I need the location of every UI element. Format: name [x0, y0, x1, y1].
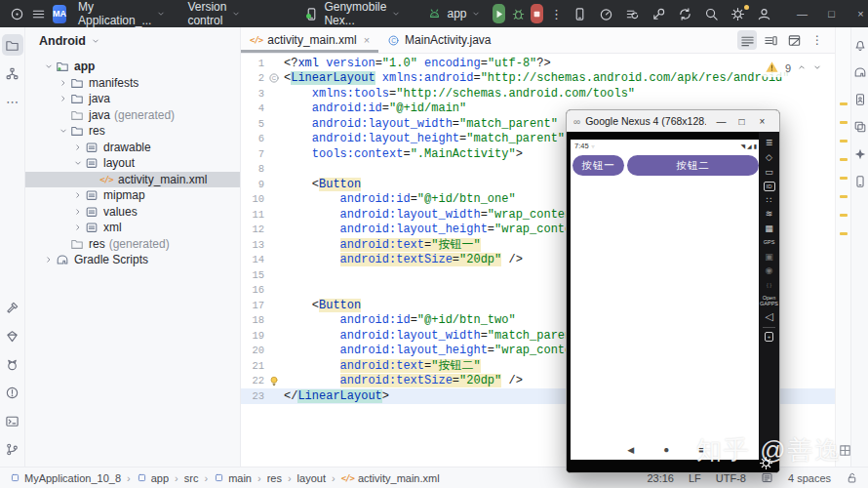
breadcrumb-item[interactable]: main — [214, 472, 252, 484]
warning-stripe-mark[interactable] — [840, 214, 848, 217]
run-button[interactable] — [493, 4, 505, 23]
project-tool-icon[interactable] — [2, 34, 23, 56]
open-gapps-button[interactable]: Open GAPPS — [761, 295, 778, 307]
screenshot-icon[interactable]: ▣ — [765, 252, 773, 262]
close-button[interactable]: × — [846, 8, 868, 20]
chevron-collapsed-icon[interactable] — [71, 223, 84, 232]
minimize-button[interactable]: — — [711, 116, 731, 127]
tree-item-res[interactable]: res(generated) — [25, 236, 240, 253]
warning-stripe-mark[interactable] — [840, 121, 848, 124]
encoding[interactable]: UTF-8 — [716, 472, 746, 484]
problems-icon[interactable] — [2, 382, 23, 403]
chevron-expanded-icon[interactable] — [42, 61, 55, 71]
breadcrumb-item[interactable]: MyApplication_10_8 — [10, 472, 121, 484]
close-tab-icon[interactable]: × — [364, 34, 370, 46]
indent-size[interactable]: 4 spaces — [788, 472, 831, 484]
prev-warning-icon[interactable] — [797, 62, 807, 74]
run-config-selector[interactable]: app — [420, 3, 487, 24]
project-view-selector[interactable]: Android — [25, 27, 240, 55]
menu-icon[interactable]: ≡ — [766, 137, 772, 148]
app-button-two[interactable]: 按钮二 — [627, 155, 759, 176]
code-line-2[interactable]: 2C<LinearLayout xmlns:android="http://sc… — [241, 71, 835, 87]
tree-item-activity-main-xml[interactable]: </>activity_main.xml — [25, 172, 240, 188]
caret-position[interactable]: 23:16 — [647, 472, 674, 484]
more-tools-icon[interactable]: ⋯ — [2, 91, 23, 112]
profiler-icon[interactable] — [593, 3, 619, 24]
notifications-icon[interactable] — [851, 36, 868, 53]
warning-stripe-mark[interactable] — [840, 232, 848, 235]
editor-options-icon[interactable]: ⋮ — [808, 30, 827, 50]
structure-tool-icon[interactable] — [2, 62, 23, 84]
settings-icon[interactable] — [725, 3, 751, 24]
tree-item-res[interactable]: res — [25, 123, 240, 140]
tree-item-mipmap[interactable]: mipmap — [25, 187, 240, 204]
error-stripe[interactable] — [835, 27, 850, 467]
genymotion-emulator-window[interactable]: ∞ Google Nexus 4 (768x128... — □ × 7:45 … — [566, 109, 780, 473]
chevron-collapsed-icon[interactable] — [42, 255, 55, 264]
next-warning-icon[interactable] — [812, 62, 822, 74]
tab-mainactivity-java[interactable]: CMainActivity.java — [378, 27, 499, 53]
running-devices-icon[interactable] — [851, 173, 868, 189]
inspection-widget[interactable]: 9 — [762, 59, 825, 77]
logcat-icon[interactable] — [2, 353, 23, 375]
camera-icon[interactable]: ◉ — [766, 266, 773, 276]
breadcrumb-item[interactable]: layout — [297, 472, 326, 484]
tree-item-layout[interactable]: layout — [25, 155, 240, 172]
account-icon[interactable] — [751, 3, 777, 24]
main-menu-icon[interactable] — [27, 3, 49, 24]
tab-activity-main-xml[interactable]: </>activity_main.xml× — [241, 27, 378, 53]
chevron-collapsed-icon[interactable] — [71, 142, 84, 152]
tree-item-xml[interactable]: xml — [25, 220, 240, 236]
tree-item-manifests[interactable]: manifests — [25, 75, 240, 92]
quickfix-bulb-icon[interactable] — [264, 375, 284, 386]
baseband-icon[interactable]: ▦ — [765, 224, 773, 233]
tree-item-values[interactable]: values — [25, 204, 240, 221]
class-gutter-icon[interactable]: C — [264, 72, 284, 84]
sync-project-icon[interactable] — [672, 3, 698, 24]
pixel-perfect-icon[interactable]: ∷ — [767, 195, 772, 205]
tree-item-java[interactable]: java(generated) — [25, 107, 240, 124]
identifiers-icon[interactable]: ID — [764, 182, 775, 191]
chevron-collapsed-icon[interactable] — [57, 78, 69, 88]
gps-icon[interactable]: GPS — [761, 238, 778, 248]
stop-button[interactable] — [531, 4, 543, 23]
project-selector[interactable]: My Application_... — [72, 3, 172, 24]
close-button[interactable]: × — [752, 116, 772, 127]
warning-stripe-mark[interactable] — [840, 140, 848, 142]
zoom-icon[interactable]: + — [765, 332, 774, 342]
vcs-widget[interactable]: Version control — [181, 3, 247, 24]
code-view-button[interactable] — [737, 30, 757, 50]
version-control-icon[interactable] — [2, 438, 23, 460]
debug-button[interactable] — [507, 3, 529, 24]
line-ending[interactable]: LF — [689, 472, 701, 484]
chevron-collapsed-icon[interactable] — [71, 190, 84, 200]
back-icon[interactable]: ◀ — [627, 445, 634, 455]
more-actions-icon[interactable]: ⋮ — [545, 3, 567, 24]
breadcrumb-item[interactable]: src — [184, 472, 199, 484]
home-icon[interactable]: ● — [663, 444, 669, 455]
app-button-one[interactable]: 按钮一 — [572, 155, 624, 176]
tree-item-drawable[interactable]: drawable — [25, 140, 240, 156]
design-view-button[interactable] — [784, 30, 804, 50]
write-access-icon[interactable] — [846, 471, 858, 484]
tree-item-gradle-scripts[interactable]: Gradle Scripts — [25, 252, 240, 268]
warning-stripe-mark[interactable] — [840, 195, 848, 198]
chevron-expanded-icon[interactable] — [57, 126, 69, 136]
device-explorer-icon[interactable] — [851, 118, 868, 135]
attach-debugger-icon[interactable] — [646, 3, 672, 24]
rotate-icon[interactable]: ◇ — [766, 153, 772, 163]
warning-stripe-mark[interactable] — [840, 177, 848, 180]
code-line-1[interactable]: 1<?xml version="1.0" encoding="utf-8"?> — [241, 56, 835, 71]
build-tool-icon[interactable] — [2, 297, 23, 318]
split-view-button[interactable] — [761, 30, 780, 50]
gradle-icon[interactable] — [851, 63, 868, 80]
emulator-titlebar[interactable]: ∞ Google Nexus 4 (768x128... — □ × — [567, 110, 779, 132]
chevron-collapsed-icon[interactable] — [71, 207, 84, 217]
tree-item-java[interactable]: java — [25, 91, 240, 107]
maximize-button[interactable]: □ — [731, 116, 752, 127]
back-icon[interactable]: ◁ — [765, 311, 772, 322]
app-quality-insights-icon[interactable] — [2, 325, 23, 346]
warning-stripe-mark[interactable] — [840, 158, 848, 161]
breadcrumb-item[interactable]: app — [137, 472, 169, 484]
gemini-icon[interactable] — [851, 145, 868, 162]
